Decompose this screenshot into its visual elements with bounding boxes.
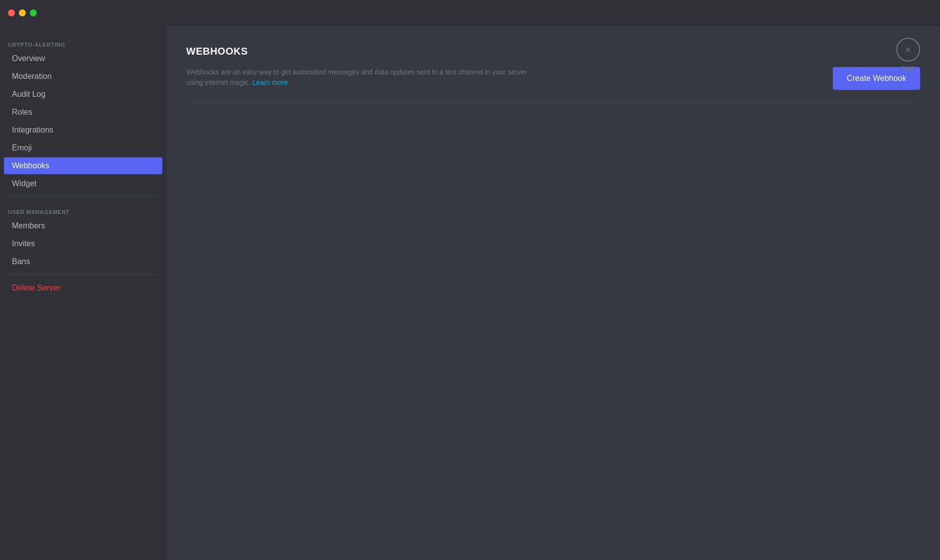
description-row: Webhooks are an easy way to get automate…: [186, 67, 920, 90]
sidebar-item-members[interactable]: Members: [4, 217, 162, 234]
sidebar-section-label-crypto: CRYPTO-ALERTING: [0, 34, 166, 50]
content-divider: [186, 102, 920, 102]
sidebar-item-widget[interactable]: Widget: [4, 175, 162, 192]
page-title: WEBHOOKS: [186, 46, 920, 57]
sidebar-item-integrations[interactable]: Integrations: [4, 122, 162, 139]
sidebar: CRYPTO-ALERTING Overview Moderation Audi…: [0, 26, 166, 560]
title-bar: [0, 0, 940, 26]
minimize-window-button[interactable]: [19, 9, 26, 16]
main-content: × ESC WEBHOOKS Webhooks are an easy way …: [166, 26, 940, 560]
sidebar-item-invites[interactable]: Invites: [4, 235, 162, 252]
sidebar-item-emoji[interactable]: Emoji: [4, 140, 162, 156]
sidebar-divider-2: [8, 275, 158, 275]
sidebar-item-overview[interactable]: Overview: [4, 50, 162, 67]
close-section: × ESC: [896, 38, 920, 72]
sidebar-item-bans[interactable]: Bans: [4, 253, 162, 270]
close-button[interactable]: ×: [896, 38, 920, 62]
esc-label: ESC: [902, 66, 915, 72]
sidebar-item-moderation[interactable]: Moderation: [4, 68, 162, 85]
sidebar-section-label-user-management: USER MANAGEMENT: [0, 201, 166, 217]
sidebar-divider-1: [8, 197, 158, 197]
maximize-window-button[interactable]: [30, 9, 37, 16]
sidebar-item-webhooks[interactable]: Webhooks: [4, 157, 162, 174]
sidebar-item-delete-server[interactable]: Delete Server: [4, 280, 162, 296]
sidebar-item-roles[interactable]: Roles: [4, 104, 162, 121]
description-text: Webhooks are an easy way to get automate…: [186, 67, 534, 88]
app-container: CRYPTO-ALERTING Overview Moderation Audi…: [0, 26, 940, 560]
traffic-lights: [8, 9, 37, 16]
learn-more-link[interactable]: Learn more: [252, 78, 288, 86]
sidebar-item-audit-log[interactable]: Audit Log: [4, 86, 162, 103]
close-window-button[interactable]: [8, 9, 15, 16]
